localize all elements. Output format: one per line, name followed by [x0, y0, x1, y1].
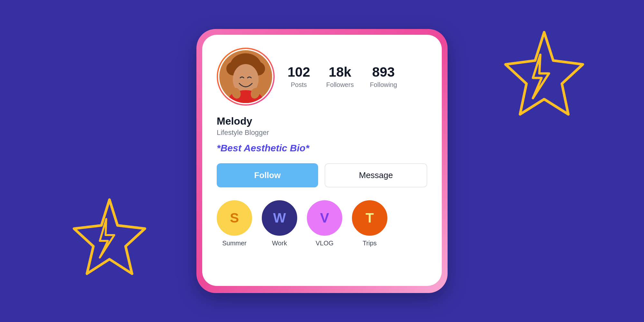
- highlight-letter-trips: T: [365, 210, 374, 226]
- phone-frame: 102 Posts 18k Followers 893 Following Me…: [196, 29, 448, 293]
- user-title: Lifestyle Blogger: [217, 128, 427, 137]
- highlight-trips: T Trips: [352, 200, 387, 247]
- avatar: [218, 49, 273, 104]
- user-bio: *Best Aesthetic Bio*: [217, 143, 427, 154]
- highlight-circle-summer[interactable]: S: [217, 200, 252, 236]
- highlight-circle-vlog[interactable]: V: [307, 200, 342, 236]
- highlight-circle-trips[interactable]: T: [352, 200, 387, 236]
- deco-star-right: [493, 26, 596, 129]
- action-buttons: Follow Message: [217, 163, 427, 187]
- stat-followers: 18k Followers: [326, 65, 354, 88]
- stats-section: 102 Posts 18k Followers 893 Following: [288, 65, 427, 88]
- profile-header: 102 Posts 18k Followers 893 Following: [217, 48, 427, 106]
- highlight-letter-work: W: [273, 210, 286, 226]
- highlight-circle-work[interactable]: W: [262, 200, 297, 236]
- highlight-vlog: V VLOG: [307, 200, 342, 247]
- posts-count: 102: [288, 65, 310, 80]
- followers-label: Followers: [326, 81, 354, 89]
- avatar-image: [219, 50, 272, 103]
- highlight-label-summer: Summer: [222, 240, 247, 247]
- followers-count: 18k: [329, 65, 351, 80]
- highlight-label-work: Work: [272, 240, 287, 247]
- highlight-letter-summer: S: [230, 210, 239, 226]
- follow-button[interactable]: Follow: [217, 163, 318, 187]
- posts-label: Posts: [291, 81, 307, 89]
- deco-star-left: [64, 193, 155, 283]
- highlight-label-vlog: VLOG: [316, 240, 334, 247]
- following-label: Following: [370, 81, 397, 89]
- highlight-letter-vlog: V: [320, 210, 329, 226]
- avatar-wrapper: [217, 48, 275, 106]
- highlights-row: S Summer W Work V VLOG T Trips: [217, 200, 427, 247]
- highlight-summer: S Summer: [217, 200, 252, 247]
- following-count: 893: [372, 65, 395, 80]
- stat-posts: 102 Posts: [288, 65, 310, 88]
- highlight-work: W Work: [262, 200, 297, 247]
- highlight-label-trips: Trips: [363, 240, 377, 247]
- message-button[interactable]: Message: [325, 163, 427, 187]
- user-name: Melody: [217, 115, 427, 127]
- stat-following: 893 Following: [370, 65, 397, 88]
- phone-screen: 102 Posts 18k Followers 893 Following Me…: [202, 35, 442, 286]
